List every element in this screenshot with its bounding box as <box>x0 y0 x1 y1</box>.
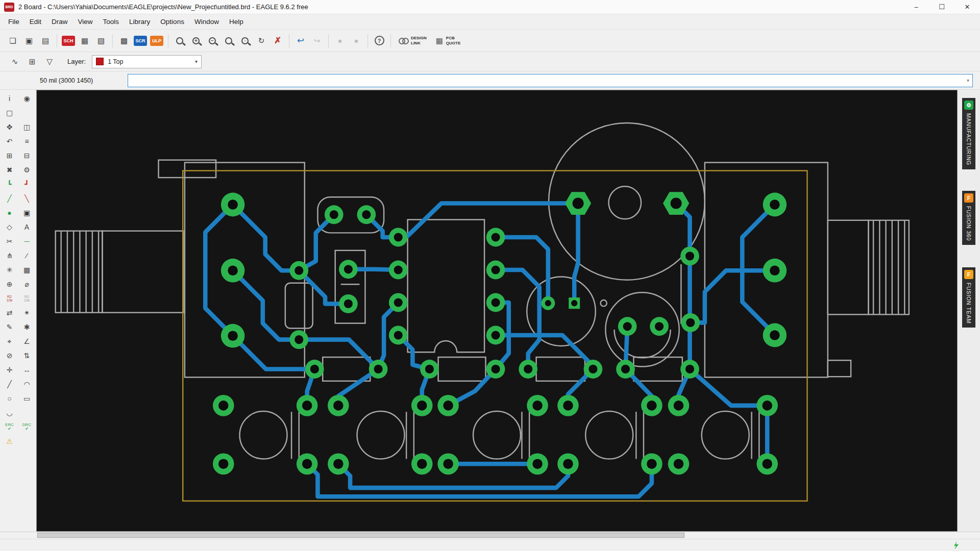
show-tool[interactable]: ◉ <box>19 92 35 105</box>
redo-button[interactable]: ↪ <box>309 33 325 48</box>
value-tool[interactable]: R2 10k <box>2 292 17 305</box>
print-icon[interactable]: ▤ <box>38 33 53 48</box>
open-icon[interactable]: ❏ <box>5 33 20 48</box>
table-icon[interactable]: ▩ <box>116 33 132 48</box>
design-link-button[interactable]: DESIGN LINK <box>395 34 431 46</box>
line-tool[interactable]: ╱ <box>2 378 17 391</box>
flip-tool[interactable]: ⇅ <box>19 349 35 362</box>
paste-tool[interactable]: ⊟ <box>19 149 35 162</box>
command-input[interactable] <box>128 74 967 87</box>
spacer[interactable] <box>19 106 35 119</box>
hole-tool[interactable]: ▣ <box>19 206 35 219</box>
erc-tool[interactable]: ERC ✔ <box>2 420 17 434</box>
menu-item[interactable]: Library <box>124 16 155 28</box>
circle-tool[interactable]: ○ <box>2 392 17 405</box>
copy-tool[interactable]: ⊞ <box>2 149 17 162</box>
text-tool[interactable]: A <box>19 220 35 234</box>
move-tool[interactable]: ✥ <box>2 120 17 134</box>
redraw-button[interactable]: ↻ <box>254 33 269 48</box>
pcb-quote-button[interactable]: ▦ PCB QUOTE <box>432 34 465 46</box>
menu-item[interactable]: Window <box>189 16 224 28</box>
signal-tool[interactable]: ▦ <box>19 263 35 277</box>
replace-tool[interactable]: ⇄ <box>2 306 17 319</box>
sheet-icon[interactable]: ▦ <box>77 33 92 48</box>
save-icon[interactable]: ▣ <box>21 33 37 48</box>
menu-item[interactable]: Tools <box>98 16 125 28</box>
mark-tool[interactable]: ✛ <box>2 363 17 377</box>
tab-fusion-team[interactable]: F FUSION TEAM <box>962 267 975 328</box>
cancel-button[interactable]: ✗ <box>270 33 285 48</box>
horizontal-scrollbar[interactable] <box>0 532 980 539</box>
wire-bend-icon[interactable]: ∿ <box>7 54 22 69</box>
miter-tool[interactable]: ∕ <box>19 249 35 262</box>
spacer[interactable] <box>19 435 35 448</box>
help-button[interactable]: ? <box>372 33 387 48</box>
menu-item[interactable]: Draw <box>46 16 73 28</box>
layer-filter-icon[interactable]: ▽ <box>42 54 57 69</box>
drill-tool[interactable]: ⌀ <box>19 278 35 291</box>
lock-tool[interactable]: ⊘ <box>2 349 17 362</box>
toolbar-separator <box>328 34 329 47</box>
wire-tool[interactable]: ╱ <box>2 192 17 205</box>
delete-tool[interactable]: ✖ <box>2 163 17 177</box>
optimize-tool[interactable]: ─ <box>19 235 35 248</box>
group-select-tool[interactable]: ▢ <box>2 106 17 119</box>
menu-item[interactable]: Options <box>155 16 189 28</box>
via2-tool[interactable]: ⊕ <box>2 278 17 291</box>
tab-manufacturing[interactable]: ⚙ MANUFACTURING <box>962 98 975 169</box>
paint-tool[interactable]: ✎ <box>2 320 17 334</box>
value2-tool[interactable]: R2 10k <box>19 292 35 305</box>
cut-tool[interactable]: ✂ <box>2 235 17 248</box>
maximize-button[interactable]: ☐ <box>929 0 954 14</box>
close-button[interactable]: ✕ <box>954 0 980 14</box>
menu-bar: File Edit Draw View Tools Library Option… <box>0 14 980 30</box>
zoom-select-button[interactable]: ▫ <box>237 33 253 48</box>
pcb-quote-label: PCB <box>446 36 455 40</box>
run-ulp-button[interactable]: ULP <box>149 33 164 48</box>
menu-item[interactable]: File <box>3 16 24 28</box>
menu-item[interactable]: Edit <box>24 16 46 28</box>
board-canvas[interactable] <box>36 90 958 532</box>
tab-fusion-360[interactable]: F FUSION 360 <box>962 191 975 245</box>
info-tool[interactable]: i <box>2 92 17 105</box>
unroute-tool[interactable]: ╲ <box>19 192 35 205</box>
rect-tool[interactable]: ▭ <box>19 392 35 405</box>
split-tool[interactable]: ⋔ <box>2 249 17 262</box>
zoom-out-button[interactable]: − <box>205 33 220 48</box>
zoom-fit-button[interactable] <box>172 33 187 48</box>
run-script-button[interactable]: SCR <box>133 33 148 48</box>
stop-icon[interactable]: ● <box>332 33 348 48</box>
menu-item[interactable]: View <box>73 16 98 28</box>
scrollbar-thumb[interactable] <box>37 533 684 538</box>
pin-tool[interactable]: ⌖ <box>2 335 17 348</box>
chart-icon[interactable]: ▧ <box>93 33 109 48</box>
attribute-tool[interactable]: ✱ <box>19 320 35 334</box>
via-tool[interactable]: ● <box>2 206 17 219</box>
errors-tool[interactable]: ⚠ <box>2 435 17 448</box>
minimize-button[interactable]: – <box>903 0 929 14</box>
ripup-tool[interactable]: ┛ <box>19 178 35 191</box>
smash-tool[interactable]: ✴ <box>19 306 35 319</box>
ratsnest-tool[interactable]: ✳ <box>2 263 17 277</box>
grid-settings-icon[interactable]: ⊞ <box>24 54 40 69</box>
route-tool[interactable]: ┗ <box>2 178 17 191</box>
open-schematic-button[interactable]: SCH <box>61 33 76 48</box>
rotate-tool[interactable]: ↶ <box>2 135 17 148</box>
align-tool[interactable]: ≡ <box>19 135 35 148</box>
mirror-tool[interactable]: ◫ <box>19 120 35 134</box>
curve-tool[interactable]: ◡ <box>2 406 17 419</box>
undo-button[interactable]: ↩ <box>293 33 308 48</box>
zoom-last-button[interactable] <box>221 33 236 48</box>
left-jack-connector <box>56 160 305 378</box>
zoom-in-button[interactable]: + <box>188 33 204 48</box>
menu-item[interactable]: Help <box>224 16 249 28</box>
layer-dropdown[interactable]: 1 Top ▾ <box>92 55 202 68</box>
change-tool[interactable]: ⚙ <box>19 163 35 177</box>
angle-tool[interactable]: ∠ <box>19 335 35 348</box>
go-icon[interactable]: ● <box>349 33 364 48</box>
arc-tool[interactable]: ◠ <box>19 378 35 391</box>
spacer[interactable] <box>19 406 35 419</box>
dimension-tool[interactable]: ↔ <box>19 363 35 377</box>
polygon-tool[interactable]: ◇ <box>2 220 17 234</box>
drc-tool[interactable]: DRC ✔ <box>19 420 35 434</box>
